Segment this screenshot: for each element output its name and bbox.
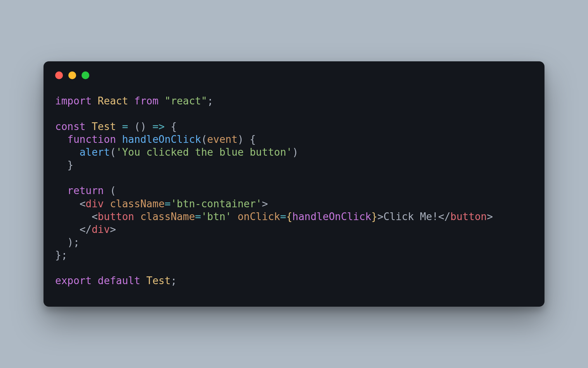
code-token: }; [55, 249, 67, 261]
code-token: const [55, 121, 85, 132]
code-token: onClick [238, 211, 280, 222]
window-close-icon[interactable] [55, 71, 63, 79]
code-token: className [140, 211, 195, 222]
code-token: 'You clicked the blue button' [116, 146, 292, 158]
code-token: </ [80, 224, 92, 235]
code-token: from [134, 95, 159, 107]
code-token: return [67, 185, 104, 196]
code-token: = [280, 211, 286, 222]
code-token: ( [110, 146, 116, 158]
code-token: div [92, 224, 110, 235]
code-token: > [262, 198, 268, 210]
code-token: () [134, 121, 146, 132]
code-token: } [371, 211, 378, 222]
code-token: = [195, 211, 201, 222]
code-token: } [67, 159, 73, 171]
code-token: Test [146, 275, 171, 286]
code-token: default [98, 275, 141, 286]
code-token: = [165, 198, 171, 210]
code-token: button [451, 211, 487, 222]
code-token: ( [201, 134, 207, 145]
code-token: > [487, 211, 493, 222]
code-token: ; [170, 275, 177, 286]
code-block: import React from "react"; const Test = … [43, 83, 545, 291]
code-token: event [207, 134, 237, 145]
code-token: { [250, 134, 256, 145]
code-token: handleOnClick [292, 211, 372, 222]
code-token: ) [238, 134, 244, 145]
code-token: > [378, 211, 384, 222]
code-token: "react" [165, 95, 207, 107]
code-token: Test [92, 121, 116, 132]
code-token: export [55, 275, 92, 286]
code-token: 'btn' [201, 211, 231, 222]
code-token: => [153, 121, 165, 132]
code-token: alert [80, 146, 110, 158]
code-token: React [98, 95, 128, 107]
window-zoom-icon[interactable] [82, 71, 89, 79]
code-token: handleOnClick [122, 134, 201, 145]
code-token: className [110, 198, 165, 210]
code-token: > [110, 224, 116, 235]
code-token: < [80, 198, 86, 210]
code-window: import React from "react"; const Test = … [43, 61, 545, 306]
code-token: Click Me! [383, 211, 438, 222]
code-token: = [122, 121, 128, 132]
window-minimize-icon[interactable] [68, 71, 76, 79]
code-token: ); [67, 236, 79, 248]
code-token: { [286, 211, 292, 222]
window-titlebar [43, 61, 545, 83]
code-token: ; [207, 95, 213, 107]
code-token: function [67, 134, 116, 145]
code-token: div [85, 198, 104, 210]
code-token: ( [110, 185, 116, 196]
code-token: { [170, 121, 177, 132]
code-token: ) [292, 146, 299, 158]
code-token: button [98, 211, 134, 222]
code-token: 'btn-container' [170, 198, 262, 210]
code-token: </ [438, 211, 450, 222]
code-token: import [55, 95, 92, 107]
code-token: < [92, 211, 98, 222]
